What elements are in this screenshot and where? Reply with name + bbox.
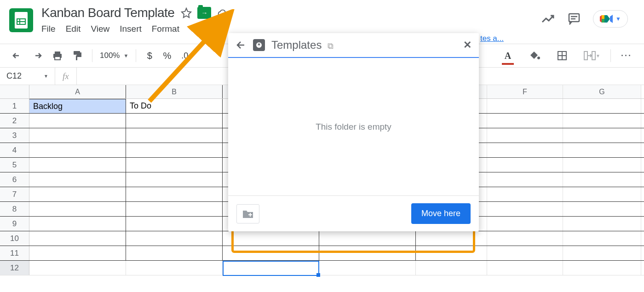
sheets-logo[interactable] [9, 8, 33, 32]
col-header-A[interactable]: A [29, 85, 126, 98]
chevron-down-icon: ▼ [123, 53, 128, 58]
row-header[interactable]: 5 [0, 158, 29, 172]
col-header-G[interactable]: G [563, 85, 641, 98]
format-percent-button[interactable]: % [160, 49, 174, 63]
header-right: ▼ [541, 10, 635, 28]
empty-folder-text: This folder is empty [316, 122, 391, 132]
title-area: Kanban Board Template → File Edit View I… [41, 6, 541, 34]
svg-rect-3 [17, 24, 26, 25]
svg-rect-1 [17, 18, 26, 19]
svg-rect-16 [584, 52, 587, 60]
svg-point-12 [537, 57, 540, 59]
menubar: File Edit View Insert Format [41, 24, 541, 34]
select-all-corner[interactable] [0, 85, 29, 98]
chevron-down-icon: ▼ [615, 16, 621, 22]
borders-button[interactable] [554, 49, 570, 63]
name-box-value: C12 [6, 71, 22, 81]
fill-color-button[interactable] [527, 49, 543, 63]
svg-rect-17 [592, 52, 595, 60]
chevron-down-icon: ▼ [44, 74, 48, 79]
move-here-button[interactable]: Move here [411, 203, 471, 224]
menu-file[interactable]: File [41, 24, 56, 34]
menu-insert[interactable]: Insert [120, 24, 142, 34]
close-button[interactable]: ✕ [463, 39, 472, 51]
open-external-icon[interactable]: ⧉ [328, 41, 334, 51]
dialog-body: This folder is empty [228, 58, 479, 196]
comments-icon[interactable] [568, 13, 580, 25]
svg-rect-7 [569, 14, 579, 22]
row-header[interactable]: 12 [0, 261, 29, 275]
svg-rect-5 [17, 18, 17, 25]
svg-rect-10 [55, 57, 60, 60]
print-button[interactable] [50, 49, 65, 63]
cell-B1[interactable]: To Do [126, 99, 223, 113]
format-currency-button[interactable]: $ [144, 49, 155, 63]
row-header[interactable]: 3 [0, 128, 29, 143]
shared-folder-icon [253, 39, 265, 51]
document-title[interactable]: Kanban Board Template [41, 6, 174, 20]
row-header[interactable]: 6 [0, 172, 29, 187]
col-header-F[interactable]: F [487, 85, 563, 98]
row-header[interactable]: 10 [0, 231, 29, 246]
svg-rect-8 [55, 52, 60, 54]
paint-format-button[interactable] [70, 48, 85, 63]
row-header[interactable]: 9 [0, 217, 29, 231]
row-header[interactable]: 8 [0, 202, 29, 216]
col-header-B[interactable]: B [126, 85, 223, 98]
svg-rect-6 [25, 18, 26, 25]
meet-button[interactable]: ▼ [593, 10, 628, 28]
back-button[interactable] [236, 40, 247, 51]
more-toolbar-button[interactable]: ··· [618, 49, 635, 63]
move-dialog: Templates ⧉ ✕ This folder is empty Move … [228, 33, 479, 231]
redo-button[interactable] [29, 50, 45, 62]
svg-rect-19 [250, 213, 251, 217]
svg-rect-4 [19, 18, 20, 25]
menu-format[interactable]: Format [152, 24, 179, 34]
star-icon[interactable] [181, 7, 192, 18]
text-color-button[interactable]: A [502, 49, 514, 63]
dialog-title: Templates ⧉ [271, 39, 457, 52]
move-folder-button[interactable]: → [197, 7, 211, 19]
menu-edit[interactable]: Edit [66, 24, 81, 34]
row-header[interactable]: 11 [0, 246, 29, 260]
svg-rect-2 [17, 21, 26, 22]
cloud-status-icon[interactable] [217, 7, 228, 18]
row-header[interactable]: 7 [0, 187, 29, 201]
last-edit-link[interactable]: tes a... [480, 34, 504, 43]
fx-label: fx [55, 71, 76, 81]
format-decimal-button[interactable]: .0 [178, 49, 191, 63]
merge-cells-button[interactable]: ▼ [581, 49, 603, 62]
row-header[interactable]: 4 [0, 143, 29, 157]
row-header[interactable]: 1 [0, 99, 29, 113]
activity-icon[interactable] [541, 14, 555, 24]
new-folder-button[interactable] [236, 204, 259, 223]
cell-A1[interactable]: Backlog [29, 99, 126, 113]
menu-view[interactable]: View [91, 24, 109, 34]
zoom-value: 100% [100, 51, 120, 60]
zoom-select[interactable]: 100% ▼ [100, 51, 128, 60]
undo-button[interactable] [9, 50, 25, 62]
row-header[interactable]: 2 [0, 114, 29, 128]
name-box[interactable]: C12 ▼ [0, 68, 55, 85]
